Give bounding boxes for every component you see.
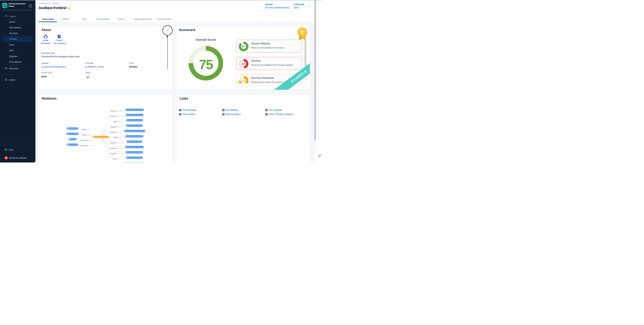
svg-text:dependsOn / dependencyOf: dependsOn / dependencyOf xyxy=(110,153,124,154)
svg-text:Gold: Gold xyxy=(300,30,304,32)
svg-text:dependsOn / dependencyOf: dependsOn / dependencyOf xyxy=(110,116,124,117)
svg-text:hasPart / partOf: hasPart / partOf xyxy=(82,134,90,135)
svg-text:component:boutique-frontend: component:boutique-frontend xyxy=(95,136,108,137)
svg-text:dependsOn / dependencyOf: dependsOn / dependencyOf xyxy=(110,147,124,149)
svg-text:api:petstore: api:petstore xyxy=(71,139,76,140)
svg-text:dependsOn / dependencyOf: dependsOn / dependencyOf xyxy=(110,131,124,133)
svg-text:dependsOn / dependencyOf: dependsOn / dependencyOf xyxy=(110,110,124,111)
svg-text:apiProvidedBy / providesApi: apiProvidedBy / providesApi xyxy=(80,145,94,146)
svg-text:component:boutique-adservice: component:boutique-adservice xyxy=(129,141,142,142)
svg-text:hasPart / partOf: hasPart / partOf xyxy=(114,137,121,138)
svg-text:hasPart / partOf: hasPart / partOf xyxy=(113,121,120,122)
svg-text:Tier: Tier xyxy=(300,32,304,34)
svg-text:api:starwars-graphql: api:starwars-graphql xyxy=(69,144,78,145)
svg-text:system:Platform_Demo: system:Platform_Demo xyxy=(68,133,78,134)
svg-text:component:boutique-paymentserv: component:boutique-paymentservice xyxy=(128,115,143,116)
svg-text:component:boutique-shippingser: component:boutique-shippingservice xyxy=(128,136,143,137)
svg-text:dependsOn / dependencyOf: dependsOn / dependencyOf xyxy=(110,142,124,143)
svg-text:Demo Administrators: Demo Administrators xyxy=(69,128,78,129)
svg-text:component:boutique-cartservice: component:boutique-cartservice xyxy=(129,157,142,158)
svg-text:component:boutique-currencyser: component:boutique-currencyservice xyxy=(128,109,143,110)
svg-text:component:boutique-emailservic: component:boutique-emailservice xyxy=(128,125,142,126)
svg-text:component:boutique-productcata: component:boutique-productcatalogservice xyxy=(126,130,144,131)
svg-text:component:boutique-redisservic: component:boutique-redisservice xyxy=(128,120,142,121)
svg-text:component:boutique-checkoutser: component:boutique-checkoutservice xyxy=(128,147,143,148)
svg-text:hasPart / partOf: hasPart / partOf xyxy=(113,158,120,159)
svg-text:component:boutique-loadgenerat: component:boutique-loadgenerator xyxy=(128,152,142,153)
svg-text:dependsOn / dependencyOf: dependsOn / dependencyOf xyxy=(110,126,124,127)
svg-text:apiProvidedBy / providesApi: apiProvidedBy / providesApi xyxy=(80,140,94,141)
svg-text:?: ? xyxy=(5,149,6,150)
svg-text:ownerOf / ownedBy: ownerOf / ownedBy xyxy=(82,129,91,130)
